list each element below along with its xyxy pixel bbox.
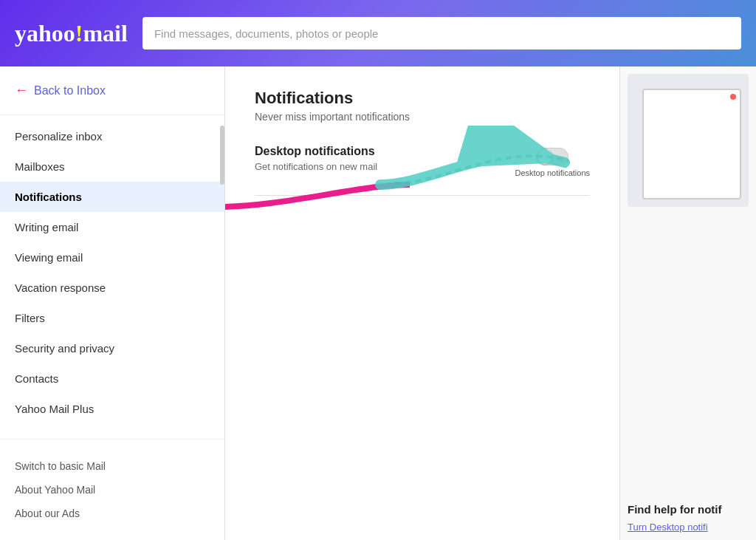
desktop-notifications-toggle[interactable] [536, 148, 568, 165]
close-dot [730, 94, 736, 100]
back-arrow-icon: ← [15, 83, 28, 98]
toggle-area: Desktop notifications [515, 148, 591, 177]
sidebar-item-vacation-response[interactable]: Vacation response [0, 273, 224, 303]
search-placeholder-text: Find messages, documents, photos or peop… [154, 27, 379, 40]
sidebar-item-filters[interactable]: Filters [0, 303, 224, 333]
section-title: Notifications [255, 89, 590, 108]
panel-preview-window [642, 89, 741, 199]
sidebar-item-security[interactable]: Security and privacy [0, 333, 224, 363]
sidebar-item-mailboxes[interactable]: Mailboxes [0, 151, 224, 182]
back-to-inbox-label: Back to Inbox [34, 84, 106, 98]
toggle-label: Desktop notifications [515, 168, 591, 177]
settings-sidebar: ← Back to Inbox Personalize inboxMailbox… [0, 66, 225, 540]
sidebar-item-writing-email[interactable]: Writing email [0, 212, 224, 242]
back-to-inbox-button[interactable]: ← Back to Inbox [0, 66, 224, 115]
sidebar-bottom-links: Switch to basic MailAbout Yahoo MailAbou… [0, 439, 224, 540]
sidebar-item-personalize[interactable]: Personalize inbox [0, 121, 224, 151]
sidebar-bottom-switch-basic[interactable]: Switch to basic Mail [15, 454, 210, 478]
panel-preview [628, 74, 749, 207]
search-bar[interactable]: Find messages, documents, photos or peop… [142, 17, 741, 49]
scroll-indicator [220, 126, 224, 185]
panel-help-section: Find help for notif Turn Desktop notifi [628, 503, 749, 533]
sidebar-bottom-our-ads[interactable]: About our Ads [15, 502, 210, 525]
toggle-knob [537, 149, 552, 164]
sidebar-item-yahoo-mail-plus[interactable]: Yahoo Mail Plus [0, 394, 224, 424]
setting-row-desktop-notifications: Desktop notifications Get notifications … [255, 145, 590, 177]
sidebar-item-contacts[interactable]: Contacts [0, 363, 224, 394]
section-subtitle: Never miss important notifications [255, 111, 590, 123]
main-layout: ← Back to Inbox Personalize inboxMailbox… [0, 66, 756, 540]
right-help-panel: Find help for notif Turn Desktop notifi [619, 66, 756, 540]
window-controls [644, 90, 740, 103]
app-header: yahoo!mail Find messages, documents, pho… [0, 0, 756, 66]
yahoo-mail-logo: yahoo!mail [15, 20, 128, 47]
sidebar-item-notifications[interactable]: Notifications [0, 182, 224, 212]
sidebar-bottom-about[interactable]: About Yahoo Mail [15, 478, 210, 502]
settings-nav: Personalize inboxMailboxesNotificationsW… [0, 115, 224, 439]
setting-info: Desktop notifications Get notifications … [255, 145, 377, 172]
help-title: Find help for notif [628, 503, 749, 516]
desktop-notifications-section: Desktop notifications Get notifications … [255, 145, 590, 196]
help-link[interactable]: Turn Desktop notifi [628, 522, 749, 533]
setting-heading: Desktop notifications [255, 145, 377, 158]
setting-description: Get notifications on new mail [255, 161, 377, 172]
sidebar-item-viewing-email[interactable]: Viewing email [0, 242, 224, 273]
settings-content: Notifications Never miss important notif… [225, 66, 619, 540]
